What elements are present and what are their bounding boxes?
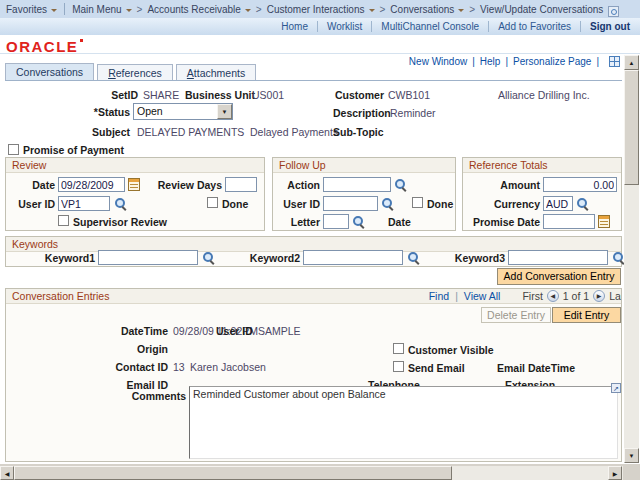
separator bbox=[591, 56, 604, 67]
separator bbox=[467, 56, 480, 67]
next-page-icon[interactable]: ▶ bbox=[593, 290, 605, 302]
chevron-down-icon bbox=[245, 9, 251, 15]
divider bbox=[0, 53, 640, 54]
lookup-magnifier-icon[interactable] bbox=[381, 197, 394, 210]
currency-input[interactable] bbox=[543, 196, 573, 211]
tab-references[interactable]: References bbox=[97, 64, 173, 81]
chevron-down-icon bbox=[126, 9, 132, 15]
currency-label: Currency bbox=[468, 198, 540, 210]
amount-label: Amount bbox=[468, 179, 540, 191]
breadcrumb-separator bbox=[375, 4, 391, 15]
amount-input[interactable] bbox=[543, 177, 617, 192]
promise-of-payment-label: Promise of Payment bbox=[23, 144, 124, 156]
personalize-page-link[interactable]: Personalize Page bbox=[513, 56, 591, 67]
separator bbox=[64, 3, 65, 15]
tab-label: Conversations bbox=[16, 64, 83, 80]
help-link[interactable]: Help bbox=[480, 56, 501, 67]
home-link[interactable]: Home bbox=[281, 21, 308, 32]
scroll-down-button[interactable]: ▼ bbox=[624, 448, 639, 463]
tab-bar: Conversations References Attachments bbox=[5, 63, 256, 81]
add-conversation-entry-button[interactable]: Add Conversation Entry bbox=[497, 268, 621, 285]
lookup-magnifier-icon[interactable] bbox=[407, 251, 420, 264]
vertical-scroll-thumb[interactable] bbox=[624, 70, 639, 185]
main-menu-label: Main Menu bbox=[72, 4, 121, 15]
breadcrumb-customer-interactions[interactable]: Customer Interactions bbox=[267, 4, 375, 15]
lookup-magnifier-icon[interactable] bbox=[202, 251, 215, 264]
follow-up-date-label: Date bbox=[388, 216, 411, 228]
comments-textarea[interactable]: Reminded Customer about open Balance bbox=[189, 386, 618, 459]
status-dropdown[interactable]: Open ▼ bbox=[133, 103, 233, 120]
review-done-checkbox[interactable] bbox=[207, 197, 218, 208]
supervisor-review-checkbox[interactable] bbox=[58, 215, 69, 226]
scroll-up-button[interactable]: ▲ bbox=[624, 55, 639, 70]
favorites-menu[interactable]: Favorites bbox=[6, 4, 57, 15]
keyword3-input[interactable] bbox=[508, 250, 608, 265]
subject-value: DELAYED PAYMENTS bbox=[137, 126, 244, 138]
customer-visible-checkbox[interactable] bbox=[393, 343, 404, 354]
multichannel-console-link[interactable]: MultiChannel Console bbox=[381, 21, 479, 32]
expand-comments-icon[interactable]: ↗ bbox=[611, 383, 621, 393]
review-header: Review bbox=[6, 158, 264, 173]
send-email-checkbox[interactable] bbox=[393, 361, 404, 372]
add-to-favorites-link[interactable]: Add to Favorites bbox=[498, 21, 571, 32]
chevron-down-icon bbox=[51, 9, 57, 15]
follow-up-done-checkbox[interactable] bbox=[412, 197, 423, 208]
review-user-id-input[interactable] bbox=[58, 196, 110, 211]
lookup-magnifier-icon[interactable] bbox=[576, 197, 589, 210]
subtopic-label: Sub-Topic bbox=[333, 126, 384, 138]
keyword2-label: Keyword2 bbox=[230, 252, 300, 264]
follow-up-user-id-input[interactable] bbox=[323, 196, 378, 211]
review-date-label: Date bbox=[5, 179, 55, 191]
lookup-magnifier-icon[interactable] bbox=[114, 197, 127, 210]
separator bbox=[371, 21, 372, 32]
reference-totals-header: Reference Totals bbox=[463, 158, 621, 173]
review-done-label: Done bbox=[222, 198, 248, 210]
calendar-icon[interactable] bbox=[128, 178, 140, 191]
edit-entry-button[interactable]: Edit Entry bbox=[552, 307, 621, 323]
breadcrumb-conversations[interactable]: Conversations bbox=[390, 4, 464, 15]
keyword1-input[interactable] bbox=[98, 250, 198, 265]
horizontal-scroll-thumb[interactable] bbox=[14, 466, 452, 480]
chevron-down-icon bbox=[369, 9, 375, 15]
scroll-left-button[interactable]: ◀ bbox=[0, 466, 14, 480]
lookup-magnifier-icon[interactable] bbox=[394, 178, 407, 191]
letter-label: Letter bbox=[277, 216, 320, 228]
action-input[interactable] bbox=[323, 177, 391, 192]
view-all-link[interactable]: View All bbox=[464, 290, 501, 302]
new-window-link[interactable]: New Window bbox=[409, 56, 467, 67]
dropdown-arrow-icon[interactable]: ▼ bbox=[217, 104, 232, 119]
subject-description: Delayed Payments bbox=[250, 126, 338, 138]
scroll-right-button[interactable]: ▶ bbox=[608, 466, 622, 480]
keyword2-input[interactable] bbox=[303, 250, 403, 265]
comments-label: Comments bbox=[118, 390, 186, 402]
subject-label: Subject bbox=[60, 126, 130, 138]
delete-entry-button[interactable]: Delete Entry bbox=[481, 307, 551, 323]
follow-up-done-label: Done bbox=[427, 198, 453, 210]
breadcrumb-accounts-receivable[interactable]: Accounts Receivable bbox=[147, 4, 250, 15]
worklist-link[interactable]: Worklist bbox=[327, 21, 362, 32]
entry-user-id-value: SAMPLE bbox=[258, 325, 301, 337]
review-date-input[interactable] bbox=[58, 177, 125, 192]
tab-attachments[interactable]: Attachments bbox=[176, 64, 256, 81]
find-link[interactable]: Find bbox=[429, 290, 449, 302]
promise-of-payment-checkbox[interactable] bbox=[8, 144, 19, 155]
setid-label: SetID bbox=[58, 89, 138, 101]
breadcrumb-page-icon[interactable] bbox=[608, 6, 619, 17]
conversation-entries-title: Conversation Entries bbox=[12, 290, 109, 302]
personalize-grid-icon[interactable] bbox=[609, 56, 620, 67]
email-datetime-label: Email DateTime bbox=[497, 362, 575, 374]
follow-up-user-id-label: User ID bbox=[277, 198, 320, 210]
favorites-label: Favorites bbox=[6, 4, 47, 15]
sign-out-link[interactable]: Sign out bbox=[590, 21, 630, 32]
previous-page-icon[interactable]: ◀ bbox=[547, 290, 559, 302]
promise-date-input[interactable] bbox=[543, 214, 595, 229]
main-menu[interactable]: Main Menu bbox=[72, 4, 131, 15]
lookup-magnifier-icon[interactable] bbox=[352, 215, 365, 228]
calendar-icon[interactable] bbox=[598, 215, 610, 228]
review-days-input[interactable] bbox=[225, 177, 257, 192]
letter-input[interactable] bbox=[323, 214, 349, 229]
tab-conversations[interactable]: Conversations bbox=[5, 63, 94, 81]
description-label: Description bbox=[333, 107, 391, 119]
origin-label: Origin bbox=[100, 343, 168, 355]
contact-id-label: Contact ID bbox=[100, 361, 168, 373]
